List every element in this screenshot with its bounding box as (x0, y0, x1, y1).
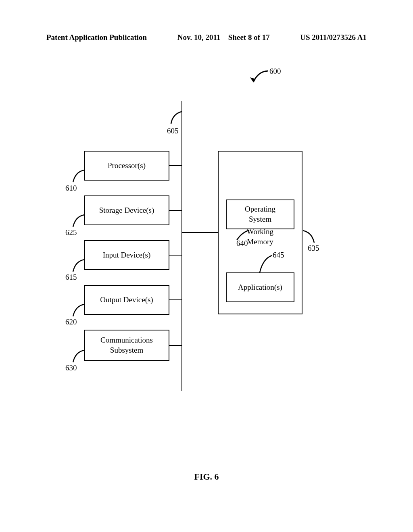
ref-system: 600 (269, 67, 281, 76)
publication-number: US 2011/0273526 A1 (300, 33, 367, 42)
ref-storage: 625 (65, 228, 77, 237)
ref-working-memory: 635 (308, 244, 319, 253)
block-processor: Processor(s) (84, 151, 169, 181)
connector-working-memory (182, 232, 218, 233)
arrow-600 (246, 69, 270, 86)
block-comm: Communications Subsystem (84, 330, 169, 361)
block-app: Application(s) (226, 272, 294, 302)
arc-615 (71, 258, 87, 274)
ref-os: 640 (236, 239, 248, 248)
label-output: Output Device(s) (100, 295, 153, 305)
block-os: Operating System (226, 200, 294, 229)
label-app: Application(s) (238, 283, 282, 293)
publication-type: Patent Application Publication (46, 33, 147, 42)
arc-630 (71, 349, 87, 365)
ref-output: 620 (65, 318, 77, 326)
block-storage: Storage Device(s) (84, 195, 169, 225)
ref-processor: 610 (65, 184, 77, 193)
label-processor: Processor(s) (108, 161, 146, 171)
arc-605 (169, 111, 185, 127)
connector-comm (169, 345, 181, 346)
block-output: Output Device(s) (84, 285, 169, 315)
ref-app: 645 (273, 251, 284, 260)
publication-date: Nov. 10, 2011 (177, 33, 221, 42)
label-comm: Communications Subsystem (100, 335, 153, 355)
sheet-number: Sheet 8 of 17 (228, 33, 270, 42)
arc-625 (71, 213, 87, 229)
page-header: Patent Application Publication Nov. 10, … (0, 33, 413, 42)
ref-input: 615 (65, 273, 77, 282)
label-os: Operating System (245, 204, 275, 224)
figure-label: FIG. 6 (0, 472, 413, 482)
label-working-memory: Working Memory (219, 227, 302, 247)
ref-comm: 630 (65, 364, 77, 372)
arc-610 (71, 168, 87, 185)
connector-processor (169, 165, 181, 166)
ref-bus: 605 (167, 127, 179, 135)
connector-storage (169, 210, 181, 211)
arc-620 (71, 303, 87, 319)
bus-line (181, 101, 182, 391)
system-diagram: 600 605 Processor(s) 610 Storage Device(… (0, 64, 413, 407)
label-input: Input Device(s) (103, 250, 151, 260)
block-input: Input Device(s) (84, 240, 169, 270)
label-storage: Storage Device(s) (99, 206, 154, 216)
arc-635 (301, 229, 317, 245)
connector-output (169, 299, 181, 300)
connector-input (169, 255, 181, 256)
